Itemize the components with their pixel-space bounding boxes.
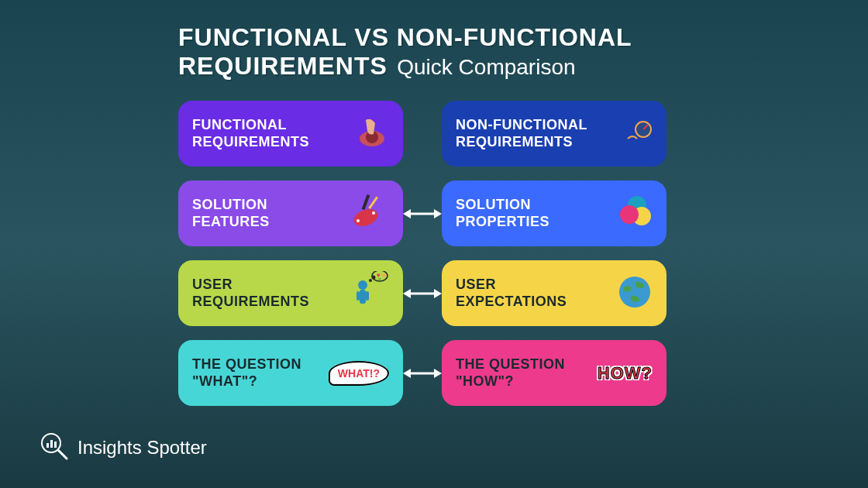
gauge-icon [622, 117, 653, 151]
svg-rect-4 [368, 196, 378, 208]
what-speech-icon: WHAT!? [329, 366, 389, 380]
svg-rect-16 [356, 291, 360, 301]
card-solution-properties: SOLUTION PROPERTIES [442, 180, 666, 246]
svg-point-7 [372, 211, 375, 215]
globe-icon [617, 274, 653, 313]
svg-line-32 [58, 450, 67, 459]
title-line2: REQUIREMENTS [178, 52, 388, 80]
svg-marker-9 [403, 209, 411, 218]
comparison-grid: FUNCTIONAL REQUIREMENTS NON-FUNCTIONAL R… [178, 101, 666, 406]
svg-marker-25 [403, 289, 411, 298]
finger-press-icon [355, 115, 389, 153]
card-text: SOLUTION PROPERTIES [456, 197, 549, 230]
svg-point-27 [619, 277, 650, 308]
header: FUNCTIONAL VS NON-FUNCTIONAL REQUIREMENT… [0, 0, 868, 81]
svg-text:★: ★ [381, 272, 387, 279]
svg-point-13 [620, 205, 639, 224]
double-arrow-icon [403, 206, 442, 222]
what-sticker: WHAT!? [329, 361, 389, 386]
card-text: THE QUESTION "HOW"? [456, 356, 565, 390]
card-question-what: THE QUESTION "WHAT"? WHAT!? [178, 340, 403, 406]
svg-rect-17 [366, 291, 369, 301]
svg-rect-15 [360, 290, 366, 304]
card-text: NON-FUNCTIONAL REQUIREMENTS [456, 117, 587, 150]
svg-rect-35 [54, 442, 57, 448]
card-user-requirements: USER REQUIREMENTS ♥ ★ $ [178, 260, 403, 326]
svg-marker-26 [434, 289, 442, 298]
svg-point-6 [356, 219, 360, 222]
card-solution-features: SOLUTION FEATURES [178, 180, 403, 246]
card-question-how: THE QUESTION "HOW"? HOW? [442, 340, 666, 406]
svg-rect-34 [50, 440, 53, 448]
person-thought-icon: ♥ ★ $ [347, 271, 389, 316]
card-text: SOLUTION FEATURES [192, 197, 270, 230]
svg-marker-29 [403, 369, 411, 378]
card-user-expectations: USER EXPECTATIONS [442, 260, 666, 326]
subtitle: Quick Comparison [397, 55, 575, 79]
svg-marker-30 [434, 369, 442, 378]
svg-rect-33 [46, 443, 49, 448]
card-text: FUNCTIONAL REQUIREMENTS [192, 117, 309, 150]
svg-point-5 [352, 206, 381, 229]
card-text: USER EXPECTATIONS [456, 277, 567, 310]
title-line1: FUNCTIONAL VS NON-FUNCTIONAL [178, 23, 632, 51]
svg-text:$: $ [378, 277, 381, 283]
svg-point-18 [369, 279, 372, 282]
color-circles-icon [614, 193, 653, 235]
card-non-functional-requirements: NON-FUNCTIONAL REQUIREMENTS [442, 101, 666, 167]
brand: Insights Spotter [39, 431, 207, 465]
card-text: THE QUESTION "WHAT"? [192, 356, 301, 390]
card-text: USER REQUIREMENTS [192, 277, 309, 310]
card-functional-requirements: FUNCTIONAL REQUIREMENTS [178, 101, 403, 167]
double-arrow-icon [403, 366, 442, 381]
swiss-knife-icon [350, 193, 389, 235]
how-sticker: HOW? [598, 363, 653, 383]
svg-point-14 [358, 280, 367, 290]
svg-marker-10 [434, 209, 442, 218]
double-arrow-icon [403, 286, 442, 301]
brand-name: Insights Spotter [78, 437, 207, 459]
magnifier-chart-icon [39, 431, 70, 465]
how-sticker-icon: HOW? [598, 363, 653, 383]
